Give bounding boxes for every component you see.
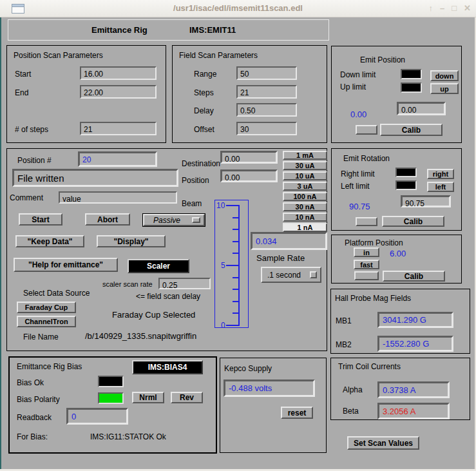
- offset-field[interactable]: [236, 122, 297, 135]
- emit-rotation-setpoint-field[interactable]: [401, 195, 451, 207]
- offset-input[interactable]: [238, 124, 296, 135]
- mb1-value: 3041.290 G: [383, 315, 426, 325]
- titlebar: /usr1/isac/edl/imsemit11scan.edl ↑ – □ ✕: [0, 0, 476, 17]
- window-minimize-icon[interactable]: –: [440, 3, 444, 13]
- emit-rotation-blank-button[interactable]: [356, 217, 377, 226]
- bias-readback-display: 0: [66, 408, 128, 425]
- menu-indicator-icon: [192, 217, 200, 223]
- scaler-button[interactable]: Scaler: [128, 259, 189, 273]
- mb1-label: MB1: [336, 316, 352, 325]
- platform-calib-button[interactable]: Calib: [383, 271, 445, 282]
- abort-button[interactable]: Abort: [85, 213, 130, 226]
- up-limit-label: Up limit: [340, 82, 366, 91]
- position-scan-panel: Position Scan Parameters Start End # of …: [6, 45, 166, 143]
- range-button-30ua[interactable]: 30 uA: [283, 161, 327, 170]
- reset-button[interactable]: reset: [281, 407, 313, 419]
- left-button[interactable]: left: [427, 182, 454, 192]
- mb2-value: -1552.280 G: [383, 339, 429, 349]
- num-steps-input[interactable]: [81, 124, 155, 135]
- range-button-1na[interactable]: 1 nA: [283, 223, 327, 232]
- platform-blank-button[interactable]: [354, 271, 379, 280]
- end-field[interactable]: [80, 85, 157, 99]
- comment-field[interactable]: [59, 191, 177, 204]
- trim-title: Trim Coil Currents: [338, 362, 401, 371]
- nrml-button[interactable]: Nrml: [132, 392, 164, 403]
- emit-position-setpoint-field[interactable]: [397, 102, 446, 115]
- scan-mode-menu[interactable]: Passive: [142, 213, 205, 227]
- file-name-label: File Name: [23, 332, 59, 341]
- steps-label: Steps: [194, 88, 214, 97]
- range-button-3ua[interactable]: 3 uA: [283, 182, 327, 191]
- num-steps-field[interactable]: [80, 122, 157, 135]
- gauge-axis-line: [238, 205, 240, 326]
- right-button[interactable]: right: [427, 169, 454, 179]
- emit-rotation-setpoint-input[interactable]: [403, 200, 449, 208]
- delay-field[interactable]: [236, 103, 297, 117]
- start-input[interactable]: [81, 69, 155, 80]
- end-input[interactable]: [81, 88, 155, 99]
- in-button[interactable]: in: [354, 247, 379, 257]
- scaler-rate-field[interactable]: [158, 278, 211, 289]
- header-box: Emittance Rig IMS:EMIT11: [8, 19, 329, 41]
- window-maximize-icon[interactable]: □: [452, 3, 457, 13]
- destination-input[interactable]: [222, 155, 276, 164]
- set-scan-values-button[interactable]: Set Scan Values: [347, 436, 419, 450]
- position-number-input[interactable]: [80, 154, 155, 166]
- range-button-100na[interactable]: 100 nA: [283, 192, 327, 201]
- down-limit-label: Down limit: [340, 70, 376, 79]
- comment-input[interactable]: [60, 195, 176, 204]
- platform-position-panel: Platform Position in 6.00 fast Calib: [331, 235, 462, 284]
- comment-label: Comment: [10, 193, 43, 202]
- field-scan-panel: Field Scan Parameters Range Steps Delay …: [172, 45, 327, 143]
- up-button[interactable]: up: [430, 83, 459, 94]
- readback-label: Readback: [17, 413, 52, 422]
- range-button-10na[interactable]: 10 nA: [283, 213, 327, 222]
- steps-input[interactable]: [238, 88, 296, 99]
- beta-value: 3.2056 A: [383, 407, 415, 416]
- source-status-text: Faraday Cup Selected: [112, 311, 195, 320]
- steps-field[interactable]: [236, 85, 297, 99]
- rev-button[interactable]: Rev: [171, 392, 203, 403]
- bias-panel: Emittance Rig Bias IMS:BIAS4 Bias Ok Bia…: [8, 356, 217, 454]
- fast-button[interactable]: fast: [354, 260, 379, 269]
- channeltron-button[interactable]: ChannelTron: [17, 316, 76, 327]
- position-number-field[interactable]: [78, 151, 157, 167]
- scaler-rate-input[interactable]: [160, 281, 209, 290]
- beta-label: Beta: [343, 407, 359, 416]
- bias-ok-label: Bias Ok: [17, 378, 44, 387]
- emit-position-setpoint-input[interactable]: [399, 106, 444, 115]
- window-controls: ↑ – □ ✕: [429, 3, 471, 13]
- start-field[interactable]: [80, 66, 157, 80]
- display-button[interactable]: "Display": [97, 235, 166, 247]
- bias-device-button[interactable]: IMS:BIAS4: [132, 360, 203, 374]
- range-label: Range: [194, 70, 216, 79]
- range-field[interactable]: [236, 66, 297, 80]
- emit-position-calib-button[interactable]: Calib: [380, 124, 443, 136]
- kepco-panel: Kepco Supply -0.488 volts reset: [220, 358, 327, 453]
- sample-rate-menu[interactable]: .1 second: [261, 267, 321, 283]
- destination-field[interactable]: [220, 151, 278, 164]
- emit-rotation-calib-button[interactable]: Calib: [382, 216, 444, 227]
- window-title: /usr1/isac/edl/imsemit11scan.edl: [0, 4, 476, 13]
- range-button-30na[interactable]: 30 nA: [283, 202, 327, 211]
- position2-input[interactable]: [222, 173, 276, 182]
- start-button[interactable]: Start: [19, 213, 62, 226]
- emit-position-blank-button[interactable]: [356, 125, 377, 135]
- window-rollup-icon[interactable]: ↑: [429, 3, 433, 13]
- position2-label: Position: [182, 176, 209, 185]
- position2-field[interactable]: [220, 169, 278, 182]
- kepco-voltage-display: -0.488 volts: [224, 380, 315, 397]
- range-input[interactable]: [238, 69, 296, 80]
- range-button-1ma[interactable]: 1 mA: [283, 151, 327, 160]
- scan-mode-menu-inner: Passive: [143, 214, 205, 226]
- keep-data-button[interactable]: "Keep Data": [15, 235, 84, 247]
- delay-label: Delay: [194, 106, 214, 115]
- right-limit-indicator: [395, 168, 417, 177]
- delay-input[interactable]: [238, 106, 296, 117]
- help-button[interactable]: "Help for emittance": [14, 258, 118, 272]
- faraday-cup-button[interactable]: Faraday Cup: [17, 302, 76, 313]
- beta-display: 3.2056 A: [377, 403, 450, 419]
- down-button[interactable]: down: [430, 70, 459, 81]
- window-close-icon[interactable]: ✕: [464, 3, 471, 13]
- range-button-10ua[interactable]: 10 uA: [283, 171, 327, 180]
